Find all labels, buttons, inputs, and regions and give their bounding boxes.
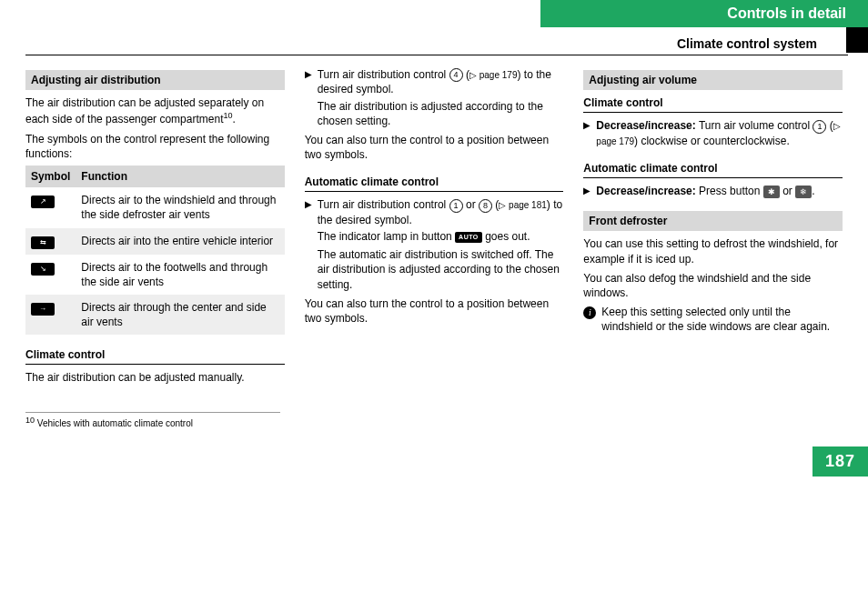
- paragraph: You can also defog the windshield and th…: [583, 271, 843, 300]
- circled-number-icon: 4: [449, 68, 463, 82]
- paragraph: You can also turn the control to a posit…: [305, 296, 564, 326]
- chapter-title: Controls in detail: [540, 0, 868, 27]
- table-row: → Directs air through the center and sid…: [25, 295, 285, 335]
- paragraph: You can use this setting to defrost the …: [583, 236, 843, 266]
- subhead-auto-climate: Automatic climate control: [305, 175, 564, 192]
- table-row: ↘ Directs air to the footwells and throu…: [25, 255, 285, 295]
- page-reference: ▷ page 179: [469, 70, 518, 80]
- fan-button-icon: ✱: [763, 186, 780, 198]
- subhead-auto-climate: Automatic climate control: [583, 161, 843, 178]
- instruction-step: ▶ Turn air distribution control 4 (▷ pag…: [305, 67, 564, 128]
- th-symbol: Symbol: [25, 166, 76, 187]
- paragraph: The air distribution can be adjusted man…: [25, 370, 285, 385]
- column-3: Adjusting air volume Climate control ▶ D…: [583, 65, 843, 390]
- page-number-container: 187: [0, 446, 868, 477]
- chapter-header: Controls in detail: [0, 0, 868, 27]
- page-body: Adjusting air distribution The air distr…: [0, 55, 868, 390]
- heading-air-volume: Adjusting air volume: [583, 70, 843, 90]
- circled-number-icon: 1: [812, 120, 826, 134]
- circled-number-icon: 8: [479, 199, 492, 213]
- page-reference: ▷ page 181: [499, 200, 547, 210]
- air-symbol-icon: ↘: [31, 263, 55, 276]
- paragraph: The air distribution can be adjusted sep…: [25, 95, 285, 126]
- page-number: 187: [812, 446, 868, 477]
- symbol-function-table: Symbol Function ↗ Directs air to the win…: [25, 166, 285, 335]
- heading-front-defroster: Front defroster: [583, 211, 843, 231]
- triangle-bullet-icon: ▶: [583, 118, 590, 148]
- footnote-ref: 10: [223, 111, 232, 120]
- heading-air-distribution: Adjusting air distribution: [25, 70, 285, 90]
- instruction-step: ▶ Decrease/increase: Press button ✱ or ❄…: [583, 184, 843, 198]
- footnote: 10 Vehicles with automatic climate contr…: [25, 412, 280, 428]
- paragraph: The symbols on the control represent the…: [25, 132, 285, 161]
- circled-number-icon: 1: [449, 199, 463, 213]
- table-row: ⇆ Directs air into the entire vehicle in…: [25, 228, 285, 255]
- column-1: Adjusting air distribution The air distr…: [25, 65, 285, 390]
- triangle-bullet-icon: ▶: [305, 67, 312, 128]
- subhead-climate-control: Climate control: [25, 347, 285, 365]
- instruction-step: ▶ Turn air distribution control 1 or 8 (…: [305, 197, 564, 291]
- instruction-step: ▶ Decrease/increase: Turn air volume con…: [583, 118, 843, 148]
- th-function: Function: [76, 166, 284, 187]
- triangle-bullet-icon: ▶: [305, 197, 312, 291]
- air-symbol-icon: →: [31, 303, 55, 316]
- triangle-bullet-icon: ▶: [583, 184, 590, 198]
- info-icon: i: [583, 306, 596, 319]
- paragraph: You can also turn the control to a posit…: [305, 133, 564, 162]
- fan-button-icon: ❄: [795, 186, 812, 198]
- air-symbol-icon: ↗: [31, 196, 55, 208]
- column-2: ▶ Turn air distribution control 4 (▷ pag…: [305, 65, 564, 390]
- section-title: Climate control system: [25, 27, 848, 55]
- subhead-climate-control: Climate control: [583, 95, 843, 113]
- info-note: i Keep this setting selected only until …: [583, 305, 843, 334]
- table-row: ↗ Directs air to the windshield and thro…: [25, 187, 285, 227]
- thumb-tab: [846, 27, 868, 53]
- air-symbol-icon: ⇆: [31, 236, 55, 249]
- auto-badge-icon: AUTO: [455, 232, 482, 242]
